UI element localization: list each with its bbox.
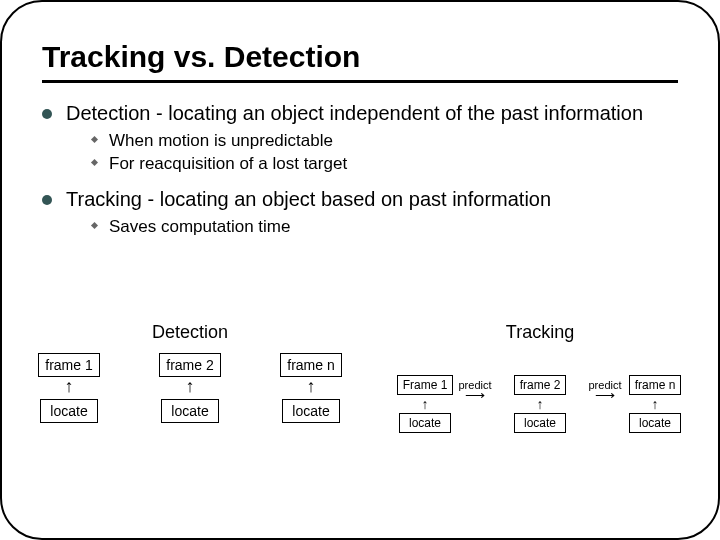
up-arrow-icon: ↑ <box>65 379 74 397</box>
locate-box: locate <box>161 399 219 423</box>
bullet-dot-icon <box>42 195 52 205</box>
detection-col: frame n ↑ locate <box>272 353 350 423</box>
sub-bullet: Saves computation time <box>92 216 678 237</box>
sub-bullet-icon <box>91 159 98 166</box>
title-divider <box>42 80 678 83</box>
bullet-tracking: Tracking - locating an object based on p… <box>42 187 678 212</box>
diagram-area: Detection frame 1 ↑ locate frame 2 ↑ loc… <box>30 322 690 433</box>
locate-box: locate <box>399 413 451 433</box>
up-arrow-icon: ↑ <box>422 397 429 411</box>
predict-arrows: predict ⟶ predict ⟶ <box>430 379 650 399</box>
sub-bullet: For reacquisition of a lost target <box>92 153 678 174</box>
bullet-detection: Detection - locating an object independe… <box>42 101 678 126</box>
bullet-dot-icon <box>42 109 52 119</box>
sub-bullet-text: Saves computation time <box>109 216 290 237</box>
locate-box: locate <box>282 399 340 423</box>
predict-edge: predict ⟶ <box>430 379 520 399</box>
frame-box: frame n <box>280 353 341 377</box>
sub-bullet-text: For reacquisition of a lost target <box>109 153 347 174</box>
bullet-text: Tracking - locating an object based on p… <box>66 187 551 212</box>
detection-col: frame 1 ↑ locate <box>30 353 108 423</box>
right-arrow-icon: ⟶ <box>465 391 485 399</box>
tracking-diagram: Tracking predict ⟶ predict ⟶ Frame 1 ↑ <box>390 322 690 433</box>
up-arrow-icon: ↑ <box>537 397 544 411</box>
detection-label: Detection <box>30 322 350 343</box>
up-arrow-icon: ↑ <box>186 379 195 397</box>
bullet-list: Detection - locating an object independe… <box>42 101 678 237</box>
sub-bullet-icon <box>91 136 98 143</box>
predict-edge: predict ⟶ <box>560 379 650 399</box>
frame-box: frame 1 <box>38 353 99 377</box>
detection-col: frame 2 ↑ locate <box>151 353 229 423</box>
sub-bullet-icon <box>91 221 98 228</box>
slide-frame: Tracking vs. Detection Detection - locat… <box>0 0 720 540</box>
locate-box: locate <box>629 413 681 433</box>
up-arrow-icon: ↑ <box>307 379 316 397</box>
bullet-text: Detection - locating an object independe… <box>66 101 643 126</box>
locate-box: locate <box>514 413 566 433</box>
locate-box: locate <box>40 399 98 423</box>
up-arrow-icon: ↑ <box>652 397 659 411</box>
slide-title: Tracking vs. Detection <box>42 40 678 74</box>
frame-box: frame 2 <box>159 353 220 377</box>
sub-bullet: When motion is unpredictable <box>92 130 678 151</box>
right-arrow-icon: ⟶ <box>595 391 615 399</box>
tracking-label: Tracking <box>390 322 690 343</box>
sub-bullet-text: When motion is unpredictable <box>109 130 333 151</box>
detection-diagram: Detection frame 1 ↑ locate frame 2 ↑ loc… <box>30 322 350 433</box>
